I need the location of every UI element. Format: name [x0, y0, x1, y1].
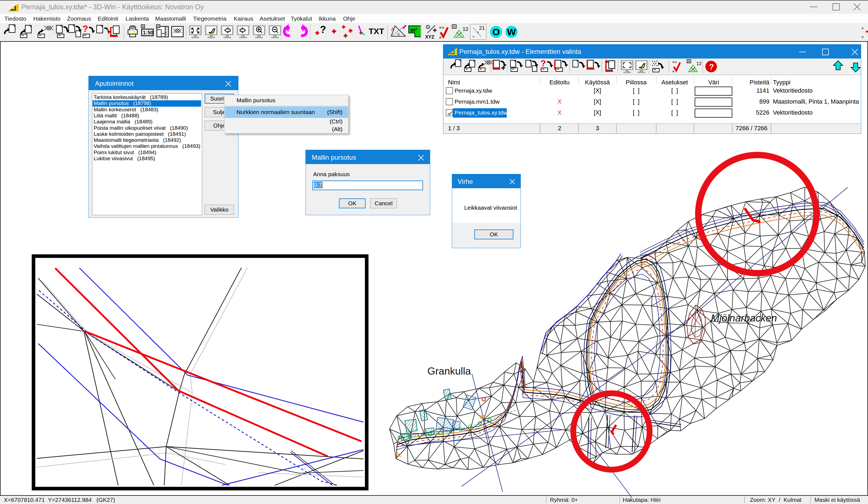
svg-text:×: × — [672, 69, 675, 74]
svg-text:Grankulla: Grankulla — [427, 366, 471, 377]
svg-text:?: ? — [540, 59, 546, 68]
svg-text:Mjölnarbacken: Mjölnarbacken — [711, 312, 777, 324]
svg-text:12: 12 — [696, 61, 702, 66]
svg-text:?: ? — [709, 62, 714, 71]
svg-text:××: ×× — [672, 60, 677, 64]
